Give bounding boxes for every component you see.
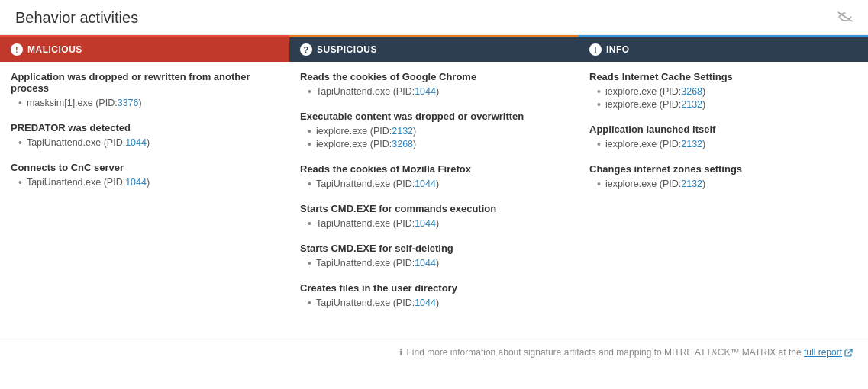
process-name: iexplore.exe (PID: [316,139,392,149]
pid-close-paren: ) [139,98,142,108]
pid-link[interactable]: 1044 [415,218,436,229]
activity-title: Starts CMD.EXE for self-deleting [300,243,568,254]
footer-text: Find more information about signature ar… [407,347,802,358]
pid-close-paren: ) [702,139,705,149]
pid-close-paren: ) [436,297,439,308]
activity-title: Application launched itself [589,124,857,135]
column-info: iINFOReads Internet Cache Settings•iexpl… [579,35,868,331]
pid-link[interactable]: 2132 [681,178,702,189]
footer-info-icon: ℹ [399,347,403,358]
activity-title: Executable content was dropped or overwr… [300,111,568,122]
page-title: Behavior activities [15,9,138,27]
column-header-malicious: !MALICIOUS [0,35,289,62]
pid-link[interactable]: 3268 [392,139,413,149]
process-name: TapiUnattend.exe (PID: [316,86,415,97]
column-header-info: iINFO [579,35,868,62]
activity-group-malicious-2: Connects to CnC server•TapiUnattend.exe … [11,162,279,188]
pid-link[interactable]: 1044 [415,86,436,97]
pid-close-paren: ) [147,177,150,188]
column-body-info: Reads Internet Cache Settings•iexplore.e… [579,62,868,331]
bullet-icon: • [597,178,601,189]
activity-item: •iexplore.exe (PID: 2132) [589,139,857,149]
column-header-label-malicious: MALICIOUS [27,44,82,55]
svg-line-0 [838,12,852,21]
activity-item: •TapiUnattend.exe (PID: 1044) [11,137,279,148]
pid-close-paren: ) [702,99,705,110]
svg-line-1 [848,349,852,353]
full-report-link[interactable]: full report [804,347,842,358]
activity-group-suspicious-1: Executable content was dropped or overwr… [300,111,568,149]
pid-close-paren: ) [436,258,439,268]
pid-link[interactable]: 1044 [125,137,147,148]
pid-link[interactable]: 2132 [681,139,702,149]
process-name: TapiUnattend.exe (PID: [316,218,415,229]
process-name: iexplore.exe (PID: [605,178,681,189]
bullet-icon: • [18,137,22,148]
pid-close-paren: ) [702,178,705,189]
activity-title: Changes internet zones settings [589,163,857,175]
activity-item: •iexplore.exe (PID: 2132) [589,178,857,189]
activity-item: •TapiUnattend.exe (PID: 1044) [300,178,568,189]
activity-title: Reads the cookies of Mozilla Firefox [300,163,568,175]
process-name: iexplore.exe (PID: [605,86,681,97]
activity-item: •masksim[1].exe (PID: 3376) [11,98,279,108]
process-name: iexplore.exe (PID: [316,126,392,137]
pid-link[interactable]: 1044 [415,258,436,268]
activity-group-info-1: Application launched itself•iexplore.exe… [589,124,857,149]
bullet-icon: • [18,98,22,108]
activity-group-suspicious-4: Starts CMD.EXE for self-deleting•TapiUna… [300,243,568,268]
pid-close-paren: ) [702,86,705,97]
pid-close-paren: ) [436,178,439,189]
eye-icon[interactable] [837,10,853,26]
pid-close-paren: ) [147,137,150,148]
pid-link[interactable]: 1044 [415,178,436,189]
pid-link[interactable]: 1044 [125,177,147,188]
column-header-icon-info: i [589,43,602,56]
activity-group-info-0: Reads Internet Cache Settings•iexplore.e… [589,71,857,110]
bullet-icon: • [308,139,311,149]
process-name: TapiUnattend.exe (PID: [27,137,125,148]
external-link-icon [844,349,853,357]
process-name: TapiUnattend.exe (PID: [316,178,415,189]
activity-title: Application was dropped or rewritten fro… [11,71,279,94]
activity-group-malicious-1: PREDATOR was detected•TapiUnattend.exe (… [11,122,279,148]
bullet-icon: • [308,126,311,137]
column-body-suspicious: Reads the cookies of Google Chrome•TapiU… [289,62,579,331]
activity-group-suspicious-0: Reads the cookies of Google Chrome•TapiU… [300,71,568,97]
page-header: Behavior activities [0,0,868,35]
activity-item: •iexplore.exe (PID: 2132) [300,126,568,137]
column-malicious: !MALICIOUSApplication was dropped or rew… [0,35,289,331]
pid-close-paren: ) [436,86,439,97]
columns-container: !MALICIOUSApplication was dropped or rew… [0,35,868,331]
bullet-icon: • [597,139,601,149]
bullet-icon: • [597,99,601,110]
activity-item: •TapiUnattend.exe (PID: 1044) [11,177,279,188]
process-name: TapiUnattend.exe (PID: [316,297,415,308]
activity-item: •TapiUnattend.exe (PID: 1044) [300,86,568,97]
activity-group-malicious-0: Application was dropped or rewritten fro… [11,71,279,108]
pid-link[interactable]: 2132 [392,126,413,137]
activity-item: •iexplore.exe (PID: 2132) [589,99,857,110]
pid-link[interactable]: 3376 [118,98,139,108]
pid-link[interactable]: 3268 [681,86,702,97]
activity-item: •TapiUnattend.exe (PID: 1044) [300,258,568,268]
process-name: iexplore.exe (PID: [605,99,681,110]
activity-item: •TapiUnattend.exe (PID: 1044) [300,297,568,308]
pid-close-paren: ) [436,218,439,229]
activity-group-suspicious-2: Reads the cookies of Mozilla Firefox•Tap… [300,163,568,189]
activity-group-info-2: Changes internet zones settings•iexplore… [589,163,857,189]
bullet-icon: • [308,297,311,308]
bullet-icon: • [308,86,311,97]
activity-title: Starts CMD.EXE for commands execution [300,203,568,214]
bullet-icon: • [18,177,22,188]
column-header-label-info: INFO [606,44,630,55]
pid-close-paren: ) [413,139,416,149]
activity-group-suspicious-3: Starts CMD.EXE for commands execution•Ta… [300,203,568,229]
column-header-suspicious: ?SUSPICIOUS [289,35,579,62]
activity-title: Creates files in the user directory [300,282,568,294]
pid-link[interactable]: 2132 [681,99,702,110]
pid-close-paren: ) [413,126,416,137]
pid-link[interactable]: 1044 [415,297,436,308]
footer: ℹ Find more information about signature … [0,339,868,365]
column-body-malicious: Application was dropped or rewritten fro… [0,62,289,331]
